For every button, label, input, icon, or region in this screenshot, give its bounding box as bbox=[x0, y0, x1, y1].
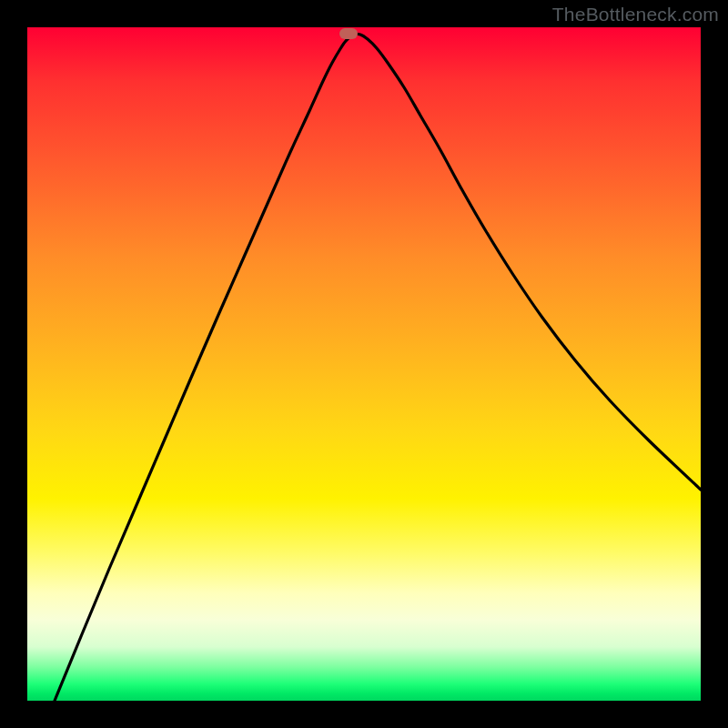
watermark-text: TheBottleneck.com bbox=[552, 4, 719, 25]
chart-plot-area bbox=[27, 27, 701, 701]
chart-curve-svg bbox=[27, 27, 701, 701]
optimum-marker bbox=[339, 28, 358, 39]
bottleneck-curve-path bbox=[55, 34, 701, 701]
